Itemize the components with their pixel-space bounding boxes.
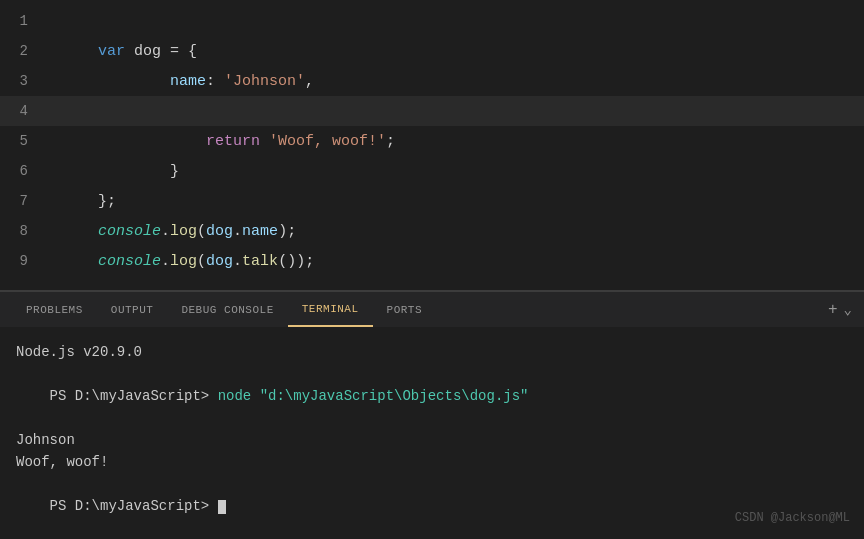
tab-debug-console[interactable]: DEBUG CONSOLE xyxy=(167,292,287,327)
code-line-5: 5 } xyxy=(0,126,864,156)
tab-bar-actions: + ⌄ xyxy=(828,301,852,319)
line-num-7: 7 xyxy=(0,186,44,216)
code-line-1: 1 var dog = { xyxy=(0,6,864,36)
add-panel-button[interactable]: + xyxy=(828,301,838,319)
line-num-4: 4 xyxy=(0,96,44,126)
terminal-output-2: Woof, woof! xyxy=(16,451,848,473)
code-line-2: 2 name: 'Johnson', xyxy=(0,36,864,66)
tab-problems[interactable]: PROBLEMS xyxy=(12,292,97,327)
code-line-4: 4 return 'Woof, woof!'; xyxy=(0,96,864,126)
line-num-5: 5 xyxy=(0,126,44,156)
code-line-8: 8 console.log(dog.talk()); xyxy=(0,216,864,246)
panel-chevron-icon[interactable]: ⌄ xyxy=(844,301,852,318)
terminal-prompt-2: PS D:\myJavaScript> xyxy=(50,498,218,514)
line-num-3: 3 xyxy=(0,66,44,96)
terminal-prompt-2-line: PS D:\myJavaScript> xyxy=(16,473,848,539)
tab-output[interactable]: OUTPUT xyxy=(97,292,168,327)
line-num-1: 1 xyxy=(0,6,44,36)
code-line-9: 9 xyxy=(0,246,864,276)
line-num-8: 8 xyxy=(0,216,44,246)
tab-terminal[interactable]: TERMINAL xyxy=(288,292,373,327)
terminal-prompt-1: PS D:\myJavaScript> xyxy=(50,388,218,404)
code-line-6: 6 }; xyxy=(0,156,864,186)
tab-bar: PROBLEMS OUTPUT DEBUG CONSOLE TERMINAL P… xyxy=(0,291,864,327)
watermark: CSDN @Jackson@ML xyxy=(735,507,850,529)
terminal-cursor xyxy=(218,500,226,514)
code-line-7: 7 console.log(dog.name); xyxy=(0,186,864,216)
line-num-6: 6 xyxy=(0,156,44,186)
terminal-node-version: Node.js v20.9.0 xyxy=(16,341,848,363)
editor-area: 1 var dog = { 2 name: 'Johnson', 3 talk:… xyxy=(0,0,864,290)
code-line-3: 3 talk: function () { xyxy=(0,66,864,96)
terminal-command: node "d:\myJavaScript\Objects\dog.js" xyxy=(218,388,529,404)
line-num-2: 2 xyxy=(0,36,44,66)
terminal-area[interactable]: Node.js v20.9.0 PS D:\myJavaScript> node… xyxy=(0,327,864,539)
tab-ports[interactable]: PORTS xyxy=(373,292,437,327)
terminal-command-line: PS D:\myJavaScript> node "d:\myJavaScrip… xyxy=(16,363,848,429)
line-num-9: 9 xyxy=(0,246,44,276)
terminal-output-1: Johnson xyxy=(16,429,848,451)
